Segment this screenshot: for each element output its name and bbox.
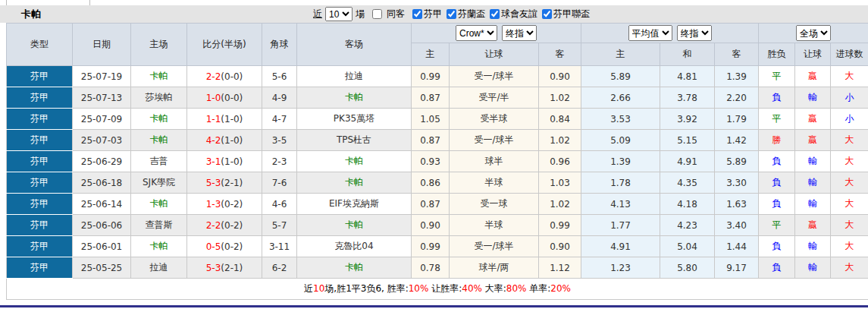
full-time-score: 1-3 [206, 199, 221, 210]
corner-cell: 4-7 [262, 109, 297, 130]
league-checkbox[interactable] [542, 9, 552, 19]
recent-link[interactable]: 近 [313, 8, 322, 20]
avg-away-cell: 1.63 [715, 194, 759, 215]
avg-home-cell: 4.91 [581, 236, 660, 257]
league-cell: 芬甲 [7, 87, 73, 109]
summary-cell: 近10场,胜1平3负6, 胜率:10% 让胜率:40% 大率:80% 单率:20… [7, 279, 868, 300]
home-team-cell: 卡帕 [131, 109, 187, 130]
avg-draw-cell: 3.92 [660, 109, 715, 130]
half-time-score: (2-1) [221, 178, 243, 188]
corner-cell: 5-6 [262, 66, 297, 87]
avg-draw-cell: 5.15 [660, 130, 715, 151]
bookmaker-select-cell: Crow*终指 [412, 24, 581, 43]
goals-result-cell: 大 [831, 194, 868, 215]
full-time-score: 3-1 [206, 156, 221, 167]
same-away-checkbox[interactable] [372, 9, 382, 19]
result-cell: 負 [759, 172, 795, 194]
subcol-handicap: 让球 [450, 43, 539, 66]
half-time-score: (1-0) [221, 114, 243, 125]
handicap-cell: 受一球 [450, 194, 539, 215]
league-checkbox[interactable] [447, 9, 456, 19]
handicap-result-cell: 輸 [795, 172, 831, 194]
full-time-score: 4-2 [206, 135, 221, 146]
league-cell: 芬甲 [7, 66, 73, 87]
odds-away-cell: 1.02 [539, 130, 581, 151]
summary-stat-value: 40% [462, 283, 482, 294]
filter-bar: 近 10 場 同客 芬甲芬蘭盃球會友誼芬甲聯盃 [313, 5, 590, 23]
avg-away-cell: 1.44 [715, 236, 759, 257]
league-checkbox-label: 芬蘭盃 [458, 8, 485, 20]
avg-draw-cell: 3.78 [660, 87, 715, 109]
result-cell: 平 [759, 109, 795, 130]
result-cell: 勝 [759, 130, 795, 151]
recent-count-select[interactable]: 10 [325, 7, 353, 21]
handicap-cell: 受一/球半 [450, 66, 539, 87]
full-time-score: 2-2 [206, 220, 221, 231]
col-header-type: 类型 [7, 24, 73, 66]
corner-cell: 3-11 [262, 236, 297, 257]
away-team-cell: TPS杜古 [297, 130, 412, 151]
league-cell: 芬甲 [7, 109, 73, 130]
full-time-score: 1-0 [206, 93, 221, 103]
table-row: 芬甲25-07-19卡帕2-2(0-0)5-6拉迪0.99受一/球半0.905.… [7, 66, 868, 87]
avg-away-cell: 1.79 [715, 109, 759, 130]
odds-home-cell: 0.93 [412, 151, 450, 172]
corner-cell: 7-6 [262, 172, 297, 194]
date-cell: 25-06-01 [73, 236, 131, 257]
bookmaker-select[interactable]: Crow* [456, 25, 497, 41]
final-index-select-2[interactable]: 终指 [677, 25, 712, 41]
date-cell: 25-06-29 [73, 151, 131, 172]
goals-result-cell: 大 [831, 172, 868, 194]
divider [89, 0, 90, 5]
odds-away-cell: 1.12 [539, 257, 581, 279]
table-row: 芬甲25-06-29吉普3-1(1-0)2-3卡帕0.93球半0.961.394… [7, 151, 868, 172]
half-time-score: (0-2) [221, 199, 243, 210]
odds-home-cell: 0.87 [412, 130, 450, 151]
subcol-result: 胜负 [759, 43, 795, 66]
goals-result-cell: 小 [831, 87, 868, 109]
avg-away-cell: 3.40 [715, 215, 759, 236]
league-cell: 芬甲 [7, 194, 73, 215]
date-cell: 25-06-06 [73, 215, 131, 236]
handicap-cell: 受平/半 [450, 87, 539, 109]
handicap-result-cell: 輸 [795, 257, 831, 279]
full-time-score: 2-2 [206, 71, 221, 82]
scope-select[interactable]: 全场 [796, 25, 831, 41]
home-team-cell: SJK學院 [131, 172, 187, 194]
odds-home-cell: 1.05 [412, 109, 450, 130]
result-cell: 負 [759, 87, 795, 109]
avg-home-cell: 5.09 [581, 130, 660, 151]
corner-cell: 6-2 [262, 257, 297, 279]
handicap-result-cell: 輸 [795, 87, 831, 109]
score-cell: 5-3(2-1) [187, 172, 262, 194]
table-row: 芬甲25-05-25拉迪5-3(2-1)6-2卡帕0.78球半/两1.121.2… [7, 257, 868, 279]
summary-stat-value: 20% [550, 283, 571, 294]
average-select[interactable]: 平均值 [628, 25, 672, 41]
corner-cell: 2-3 [262, 151, 297, 172]
away-team-cell: 卡帕 [297, 87, 412, 109]
avg-home-cell: 1.78 [581, 172, 660, 194]
avg-home-cell: 1.77 [581, 215, 660, 236]
section-divider-bar [0, 305, 868, 307]
table-row: 芬甲25-06-14卡帕1-3(0-2)4-6EIF埃克納斯0.87受一球1.0… [7, 194, 868, 215]
odds-home-cell: 0.90 [412, 215, 450, 236]
handicap-result-cell: 輸 [795, 236, 831, 257]
summary-text: 场,胜1平3负6, 胜率: [324, 283, 408, 294]
summary-row: 近10场,胜1平3负6, 胜率:10% 让胜率:40% 大率:80% 单率:20… [7, 279, 868, 300]
handicap-cell: 球半/两 [450, 257, 539, 279]
final-index-select-1[interactable]: 终指 [502, 25, 537, 41]
league-checkbox[interactable] [490, 9, 500, 19]
handicap-result-cell: 贏 [795, 66, 831, 87]
league-checkbox-label: 芬甲聯盃 [553, 8, 590, 20]
home-team-cell: 莎埃帕 [131, 87, 187, 109]
league-cell: 芬甲 [7, 257, 73, 279]
odds-home-cell: 0.87 [412, 194, 450, 215]
avg-away-cell: 3.30 [715, 172, 759, 194]
goals-result-cell: 小 [831, 109, 868, 130]
home-team-cell: 卡帕 [131, 130, 187, 151]
league-checkbox[interactable] [412, 9, 422, 19]
goals-result-cell: 大 [831, 66, 868, 87]
score-cell: 3-1(1-0) [187, 151, 262, 172]
summary-stat-value: 10 [313, 283, 324, 294]
corner-cell: 4-9 [262, 87, 297, 109]
